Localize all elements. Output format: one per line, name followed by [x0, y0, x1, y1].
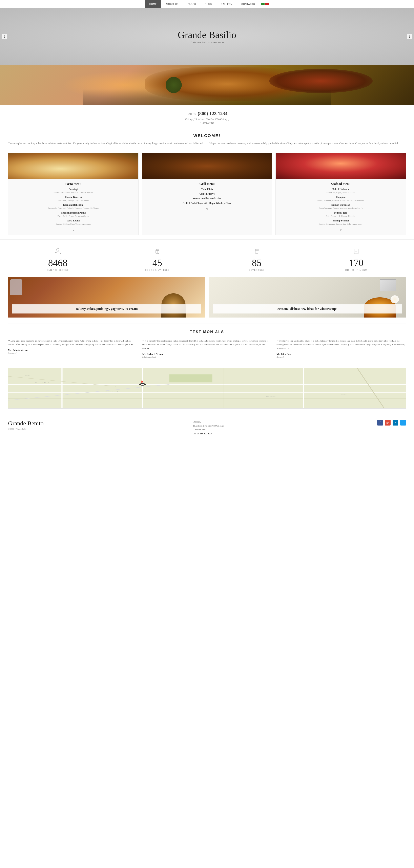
nav-gallery[interactable]: GALLERY	[216, 0, 237, 8]
call-label: Call us:	[186, 112, 197, 116]
svg-rect-4	[255, 249, 258, 253]
map-pin: 📍	[139, 380, 144, 385]
map-display[interactable]: Forest Park Garden City Bellwood West Su…	[8, 368, 406, 409]
main-nav: HOME ABOUT US PAGES BLOG GALLERY CONTACT…	[0, 0, 414, 8]
grill-expand-button[interactable]: ∨	[142, 207, 272, 211]
beverages-label: BEVERAGES	[211, 269, 302, 271]
hero-next-button[interactable]: ❯	[407, 34, 412, 39]
dishes-icon	[310, 248, 402, 256]
welcome-heading: WELCOME!	[8, 133, 406, 138]
nav-pages[interactable]: PAGES	[183, 0, 201, 8]
testimonial-1-author: Mr. John Anderson (manager)	[8, 349, 138, 354]
svg-text:Forest Park: Forest Park	[35, 382, 50, 384]
promo-seasonal[interactable]: Seasonal dishes: new ideas for winter so…	[209, 277, 406, 317]
social-icons: f g+ in t	[377, 420, 406, 426]
flag-italian[interactable]	[261, 3, 265, 5]
footer-logo: Grande Benito	[8, 420, 186, 427]
nav-about[interactable]: ABOUT US	[161, 0, 183, 8]
svg-text:Lisle: Lisle	[341, 394, 347, 395]
pasta-expand-button[interactable]: ∨	[8, 227, 138, 232]
map-svg: Forest Park Garden City Bellwood West Su…	[8, 368, 406, 408]
footer-address-1: 28 Jackson Blvd Ste 1020 Chicago,	[193, 424, 371, 428]
pasta-item-3: Eggplant Rollentini Pappardelle Cavatapp…	[8, 204, 138, 210]
svg-text:Brookfield: Brookfield	[196, 402, 208, 403]
testimonial-3-author: Mr. Piter Cox (farmer)	[276, 353, 406, 358]
clients-label: CLIENTS SERVED	[12, 269, 104, 271]
grill-item-1: Twin Filets	[142, 188, 272, 191]
flag-english[interactable]	[265, 3, 269, 5]
address-display: Chicago, 28 Jackson Blvd Ste 1020 Chicag…	[4, 118, 410, 125]
svg-text:West Suburbs: West Suburbs	[331, 382, 345, 383]
stat-dishes: 170 DISHES IN MENU	[306, 248, 406, 271]
phone-number: (800) 123 1234	[198, 111, 228, 116]
seafood-item-5: Shrimp Scampi Sautéed Shrimp and Summer …	[276, 219, 406, 225]
nav-blog[interactable]: BLOG	[201, 0, 216, 8]
footer: Grande Benito © 2016 | Privacy Policy Ch…	[0, 415, 414, 441]
seafood-menu-image	[276, 153, 406, 179]
testimonial-3-quote: I will never stop visiting this place. I…	[276, 339, 406, 350]
menu-section: Pasta menu Cavatapi Smoked Mozzarella, S…	[0, 149, 414, 239]
nav-home[interactable]: HOME	[145, 0, 161, 8]
svg-rect-23	[170, 374, 212, 382]
pasta-menu-image	[8, 153, 138, 179]
testimonial-1: Long ago I got a chance to get my educat…	[8, 339, 138, 358]
pasta-item-4: Chicken Broccoli Penne Fresh Garlic, Cre…	[8, 211, 138, 218]
seafood-item-4: Mussels Red Spicy Sausage, Red Sauce, Li…	[276, 211, 406, 218]
hero-food-image	[0, 65, 414, 105]
promo-bakery[interactable]: Bakery, cakes, puddings, yoghurts, ice c…	[8, 277, 205, 317]
welcome-col-2: We put our hearts and souls into every d…	[209, 141, 406, 145]
grill-menu-image	[142, 153, 272, 179]
svg-point-0	[57, 248, 59, 251]
clients-number: 8468	[12, 258, 104, 268]
footer-brand: Grande Benito © 2016 | Privacy Policy	[8, 420, 186, 430]
social-facebook[interactable]: f	[377, 420, 383, 426]
social-googleplus[interactable]: g+	[385, 420, 391, 426]
svg-rect-3	[156, 253, 158, 254]
testimonial-2: It is currently the most favorite Italia…	[142, 339, 272, 358]
seafood-item-3: Salmon European Roma Tomatoes, Capers, M…	[276, 204, 406, 210]
bakery-title: Bakery, cakes, puddings, yoghurts, ice c…	[16, 307, 198, 311]
testimonial-1-quote: Long ago I got a chance to get my educat…	[8, 339, 138, 346]
svg-text:Bellwood: Bellwood	[234, 382, 244, 383]
footer-address-2: IL 60604-2340	[193, 428, 371, 432]
food-garnish	[166, 77, 182, 93]
nav-contacts[interactable]: CONTACTS	[237, 0, 260, 8]
address-line2: IL 60604-2340	[4, 121, 410, 125]
testimonial-2-quote: It is currently the most favorite Italia…	[142, 339, 272, 350]
cheese-block	[380, 279, 396, 291]
social-twitter[interactable]: t	[400, 420, 406, 426]
hero-prev-button[interactable]: ❮	[2, 34, 7, 39]
welcome-col-1: The atmosphere of real Italy rules the m…	[8, 141, 205, 145]
clients-icon	[12, 248, 104, 256]
menu-card-grill: Grill menu Twin Filets Grilled Ribeye Ho…	[142, 153, 272, 236]
testimonials-grid: Long ago I got a chance to get my educat…	[8, 339, 406, 358]
testimonial-1-name: Mr. John Anderson	[8, 349, 138, 352]
svg-text:York: York	[24, 374, 30, 375]
promo-section: Bakery, cakes, puddings, yoghurts, ice c…	[0, 277, 414, 323]
pasta-item-2: Ricotta Gnocchi Broccolini, Sausage, Gar…	[8, 195, 138, 202]
testimonial-3-name: Mr. Piter Cox	[276, 353, 406, 356]
copyright-text: © 2016 | Privacy Policy	[8, 428, 27, 430]
pasta-menu-title: Pasta menu	[8, 182, 138, 186]
testimonials-heading: TESTIMONIALS	[8, 330, 406, 334]
stats-section: 8468 CLIENTS SERVED 45 COOKS & WAITERS 8…	[0, 239, 414, 277]
grill-item-4: Grilled Pork Chops with Maple Whiskey Gl…	[142, 202, 272, 205]
hero-content: Grande Basilio .Chicago Italian restaura…	[178, 30, 236, 43]
seafood-expand-button[interactable]: ∨	[276, 227, 406, 232]
hero-title: Grande Basilio	[178, 30, 236, 40]
footer-phone-label: Call us: 800 123 1234	[193, 432, 371, 436]
food-shadow	[83, 89, 331, 105]
social-linkedin[interactable]: in	[393, 420, 398, 426]
seafood-menu-title: Seafood menu	[276, 182, 406, 186]
seasonal-promo-text: Seasonal dishes: new ideas for winter so…	[213, 304, 402, 313]
testimonial-1-role: (manager)	[8, 352, 138, 354]
welcome-section: WELCOME! The atmosphere of real Italy ru…	[0, 129, 414, 149]
menu-card-pasta: Pasta menu Cavatapi Smoked Mozzarella, S…	[8, 153, 139, 236]
cream-swirl	[391, 295, 399, 303]
seasonal-title: Seasonal dishes: new ideas for winter so…	[216, 307, 398, 311]
grill-item-2: Grilled Ribeye	[142, 192, 272, 195]
footer-city: Chicago,	[193, 420, 371, 424]
grill-menu-title: Grill menu	[142, 182, 272, 186]
cooks-label: COOKS & WAITERS	[112, 269, 203, 271]
stat-beverages: 85 BEVERAGES	[207, 248, 306, 271]
